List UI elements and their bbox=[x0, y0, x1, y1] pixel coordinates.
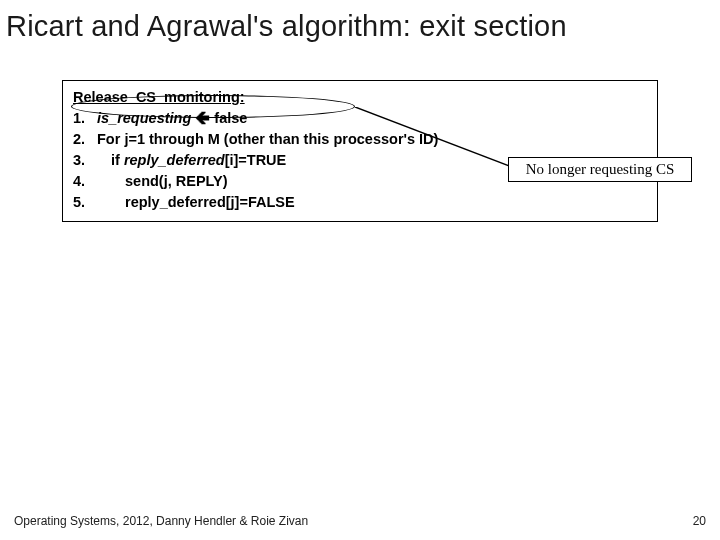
code-line: 5.reply_deferred[j]=FALSE bbox=[73, 192, 647, 213]
code-line: 2.For j=1 through M (other than this pro… bbox=[73, 129, 647, 150]
callout-box: No longer requesting CS bbox=[508, 157, 692, 182]
highlight-oval bbox=[71, 95, 355, 118]
slide-title: Ricart and Agrawal's algorithm: exit sec… bbox=[0, 0, 720, 43]
slide: Ricart and Agrawal's algorithm: exit sec… bbox=[0, 0, 720, 540]
page-number: 20 bbox=[693, 514, 706, 528]
footer-text: Operating Systems, 2012, Danny Hendler &… bbox=[14, 514, 308, 528]
